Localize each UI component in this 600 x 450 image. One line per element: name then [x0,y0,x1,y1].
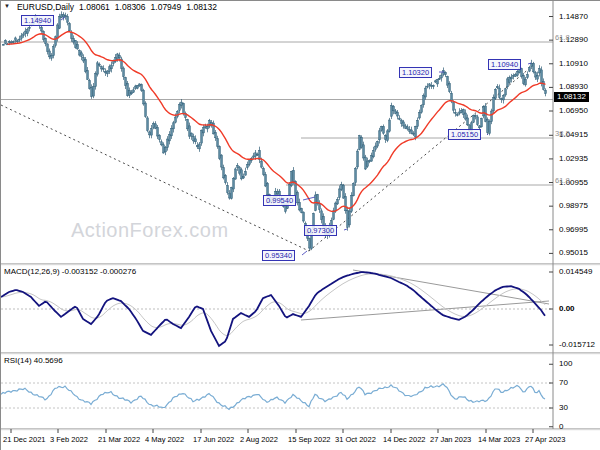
macd-indicator-label: MACD(12,26,9) -0.003152 -0.000276 [4,267,136,276]
macd-axis-label: -0.015712 [559,340,595,349]
chart-legend: ▼ EURUSD,Daily 1.08061 1.08306 1.07949 1… [4,2,217,12]
current-price-tag: 1.08132 [554,92,589,102]
ohlc-low: 1.07949 [151,2,182,12]
price-callout: 1.10320 [399,67,432,78]
macd-axis-label: 0.014549 [559,267,592,276]
date-axis-label: 14 Mar 2023 [478,435,520,444]
macd-axis-label: 0.00 [559,304,575,313]
fib-level-label: 61.8 [555,33,570,42]
date-axis-label: 17 Jun 2022 [193,435,234,444]
price-axis-label: 0.96995 [559,225,588,234]
rsi-axis-label: 70 [559,378,568,387]
price-callout: 0.95340 [262,250,295,261]
price-callout: 1.14940 [21,15,54,26]
price-axis-label: 1.02935 [559,154,588,163]
rsi-axis-label: 0 [559,422,563,431]
date-axis-label: 21 Dec 2021 [3,435,46,444]
price-callout: 0.99540 [263,195,296,206]
date-axis-label: 15 Sep 2022 [288,435,331,444]
price-callout: 1.05150 [448,129,481,140]
price-axis-label: 1.10910 [559,59,588,68]
date-axis-label: 27 Apr 2023 [525,435,565,444]
price-callout: 1.10940 [488,59,521,70]
date-axis-label: 4 May 2022 [145,435,184,444]
price-axis-label: 1.08930 [559,82,588,91]
ohlc-close: 1.08132 [186,2,217,12]
price-axis-label: 0.98975 [559,201,588,210]
price-callout: 0.97300 [304,225,337,236]
date-axis-label: 27 Jan 2023 [430,435,471,444]
rsi-axis-label: 30 [559,403,568,412]
fib-level-label: 61.8 [555,176,570,185]
fib-level-label: 38.2 [555,129,570,138]
date-axis-label: 31 Oct 2022 [335,435,376,444]
ohlc-open: 1.08061 [79,2,110,12]
price-axis-label: 1.06950 [559,106,588,115]
chevron-down-icon[interactable]: ▼ [4,3,10,12]
date-axis-label: 14 Dec 2022 [383,435,426,444]
date-axis-label: 3 Feb 2022 [50,435,88,444]
rsi-axis-label: 100 [559,359,572,368]
rsi-indicator-label: RSI(14) 40.5696 [4,356,63,365]
symbol-label: EURUSD,Daily [17,2,74,12]
price-axis-label: 1.14870 [559,12,588,21]
chart-window: ActionForex.com ▼ EURUSD,Daily 1.08061 1… [0,0,600,450]
ohlc-high: 1.08306 [115,2,146,12]
date-axis-label: 21 Mar 2022 [98,435,140,444]
date-axis-label: 2 Aug 2022 [240,435,278,444]
price-axis-label: 0.95015 [559,248,588,257]
